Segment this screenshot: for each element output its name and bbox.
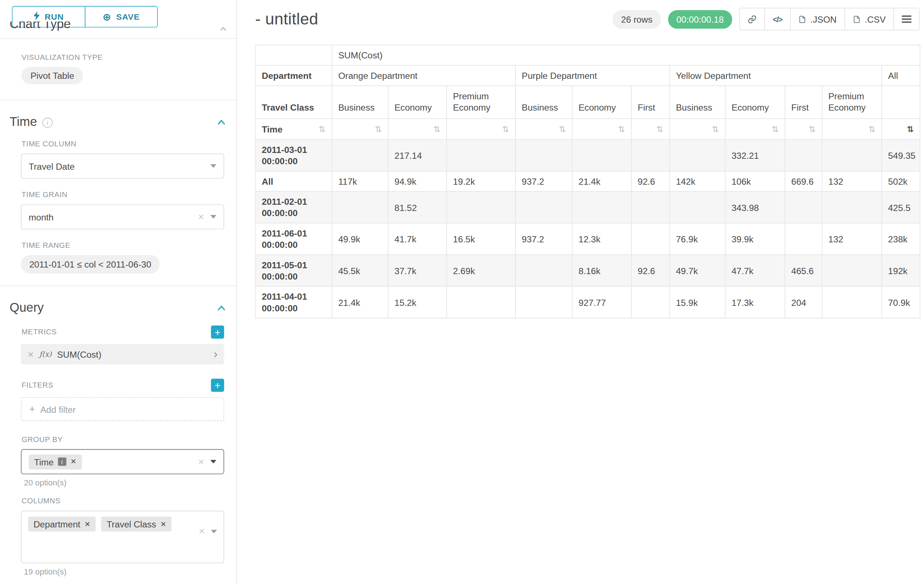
data-cell: 45.5k [332, 255, 388, 286]
data-cell: 2.69k [447, 255, 515, 286]
metric-item[interactable]: ✕ ƒ(x) SUM(Cost) › [21, 344, 224, 365]
collapse-query-icon[interactable] [218, 302, 225, 313]
download-json-button[interactable]: .JSON [790, 8, 845, 30]
time-axis-cell: Time ⇅ [256, 118, 332, 140]
time-column-select[interactable]: Travel Date [21, 154, 224, 179]
remove-metric-icon[interactable]: ✕ [27, 350, 34, 359]
lightning-icon [33, 12, 40, 22]
sort-icon[interactable]: ⇅ [434, 123, 441, 135]
travel-class-column-header: Economy [388, 86, 447, 118]
department-header-cell: Yellow Department [670, 65, 882, 86]
time-range-label: TIME RANGE [21, 241, 212, 250]
data-cell [572, 191, 632, 223]
travel-class-column-header: Economy [725, 86, 785, 118]
data-cell [332, 140, 388, 171]
sort-icon[interactable]: ⇅ [656, 123, 663, 135]
data-cell: 217.14 [388, 140, 447, 171]
code-icon: </> [773, 15, 782, 24]
table-row: 2011-04-01 00:00:0021.4k15.2k927.7715.9k… [256, 286, 920, 318]
sort-icon-active[interactable]: ⇅ [907, 123, 914, 135]
query-section-header[interactable]: Query [10, 300, 225, 315]
collapse-chart-type-icon[interactable] [220, 23, 226, 32]
data-cell: 76.9k [670, 223, 725, 255]
metric-name: SUM(Cost) [57, 349, 208, 359]
save-button[interactable]: ⊕ SAVE [85, 6, 158, 27]
department-axis-label: Department [256, 65, 332, 86]
data-cell: 39.9k [725, 223, 785, 255]
clear-icon[interactable]: ✕ [198, 212, 205, 222]
sort-icon[interactable]: ⇅ [559, 123, 566, 135]
data-cell [822, 191, 882, 223]
add-metric-button[interactable]: + [211, 326, 224, 339]
plus-icon: + [29, 404, 35, 414]
remove-tag-icon[interactable]: ✕ [84, 520, 90, 528]
data-cell: 132 [822, 171, 882, 192]
sort-icon[interactable]: ⇅ [375, 123, 382, 135]
group-by-label: GROUP BY [21, 436, 224, 444]
department-header-cell: Orange Department [332, 65, 515, 86]
data-cell [632, 223, 670, 255]
data-cell [572, 140, 632, 171]
data-cell [332, 191, 388, 223]
travel-class-column-header: Premium Economy [822, 86, 882, 118]
data-cell [515, 191, 572, 223]
data-cell: 19.2k [447, 171, 515, 192]
sort-icon[interactable]: ⇅ [772, 123, 779, 135]
data-cell [515, 286, 572, 318]
data-cell [822, 286, 882, 318]
data-cell: 502k [882, 171, 920, 192]
json-button-label: .JSON [810, 14, 837, 24]
sort-icon[interactable]: ⇅ [808, 123, 815, 135]
data-cell [447, 191, 515, 223]
chevron-down-icon [210, 460, 216, 464]
time-range-pill[interactable]: 2011-01-01 ≤ col < 2011-06-30 [21, 255, 160, 274]
download-csv-button[interactable]: .CSV [845, 8, 894, 30]
collapse-time-icon[interactable] [218, 117, 225, 127]
remove-tag-icon[interactable]: ✕ [160, 520, 166, 528]
query-section-title: Query [10, 300, 44, 315]
clear-icon[interactable]: ✕ [198, 457, 205, 466]
sort-icon[interactable]: ⇅ [618, 123, 625, 135]
clear-icon[interactable]: ✕ [198, 527, 205, 536]
time-grain-select[interactable]: month ✕ [21, 204, 224, 230]
function-icon: ƒ(x) [40, 350, 52, 359]
table-row: 2011-03-01 00:00:00217.14332.21549.35 [256, 140, 920, 171]
sort-icon[interactable]: ⇅ [712, 123, 719, 135]
sort-icon[interactable]: ⇅ [319, 123, 326, 135]
query-timer-badge: 00:00:00.18 [668, 10, 732, 28]
data-cell: 16.5k [447, 223, 515, 255]
row-label: 2011-06-01 00:00:00 [256, 223, 332, 255]
data-cell: 92.6 [632, 171, 670, 192]
time-axis-label: Time [262, 124, 283, 134]
columns-select[interactable]: Department ✕ Travel Class ✕ ✕ [21, 511, 224, 563]
department-header-cell: Purple Department [515, 65, 670, 86]
data-cell: 70.9k [882, 286, 920, 318]
visualization-type-pill[interactable]: Pivot Table [21, 67, 83, 84]
time-section-header[interactable]: Time i [10, 115, 225, 129]
sort-icon[interactable]: ⇅ [502, 123, 509, 135]
sort-icon[interactable]: ⇅ [868, 123, 875, 135]
menu-button[interactable] [893, 8, 920, 30]
columns-tag: Travel Class ✕ [101, 517, 172, 531]
chevron-down-icon [211, 530, 217, 533]
sort-column-cell: ⇅ [632, 118, 670, 140]
section-divider [0, 285, 236, 286]
data-cell: 192k [882, 255, 920, 286]
remove-tag-icon[interactable]: ✕ [71, 457, 76, 466]
pivot-table-body: 2011-03-01 00:00:00217.14332.21549.35All… [256, 140, 920, 318]
filters-label: FILTERS [21, 381, 53, 390]
data-cell [632, 140, 670, 171]
group-by-select[interactable]: Time i ✕ ✕ [21, 449, 224, 474]
copy-link-button[interactable] [739, 8, 765, 30]
data-cell [447, 140, 515, 171]
add-filter-dropzone[interactable]: + Add filter [21, 397, 224, 421]
metric-header-cell: SUM(Cost) [332, 45, 920, 66]
data-cell: 204 [785, 286, 822, 318]
add-filter-button[interactable]: + [211, 378, 224, 392]
sort-column-cell: ⇅ [447, 118, 515, 140]
run-button-label: RUN [45, 12, 64, 21]
columns-tag: Department ✕ [28, 517, 96, 531]
data-cell: 343.98 [725, 191, 785, 223]
time-column-label: TIME COLUMN [21, 140, 212, 148]
view-query-button[interactable]: </> [764, 8, 791, 30]
